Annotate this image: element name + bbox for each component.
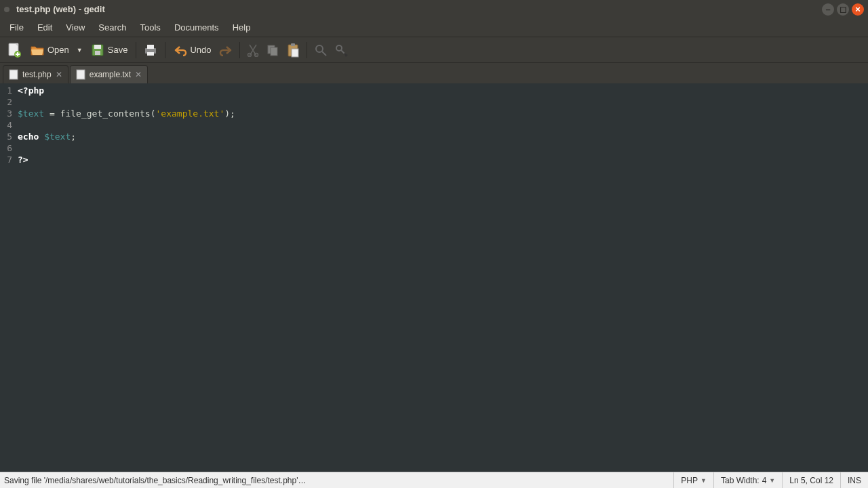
paste-icon bbox=[286, 43, 300, 58]
line-gutter: 1 2 3 4 5 6 7 bbox=[0, 83, 15, 472]
cut-icon bbox=[247, 43, 259, 57]
statusbar: Saving file '/media/shares/web/tutorials… bbox=[0, 472, 868, 488]
svg-rect-7 bbox=[147, 45, 154, 49]
cursor-position: Ln 5, Col 12 bbox=[782, 472, 840, 488]
close-button[interactable]: × bbox=[852, 3, 864, 16]
window-controls: – ◻ × bbox=[822, 3, 864, 16]
titlebar: test.php (web) - gedit – ◻ × bbox=[0, 0, 868, 18]
line-number: 2 bbox=[4, 96, 12, 108]
line-number: 3 bbox=[4, 108, 12, 119]
menu-view[interactable]: View bbox=[59, 20, 92, 35]
menu-file[interactable]: File bbox=[3, 20, 31, 35]
save-icon bbox=[90, 43, 105, 58]
file-icon bbox=[9, 69, 18, 80]
toolbar: Open ▼ Save Undo bbox=[0, 37, 868, 63]
find-replace-button[interactable] bbox=[332, 41, 352, 60]
undo-button[interactable]: Undo bbox=[170, 41, 215, 59]
line-number: 5 bbox=[4, 131, 12, 142]
copy-button[interactable] bbox=[263, 41, 282, 60]
redo-button[interactable] bbox=[216, 41, 235, 59]
open-label: Open bbox=[47, 45, 69, 55]
menubar: File Edit View Search Tools Documents He… bbox=[0, 18, 868, 37]
toolbar-separator bbox=[307, 42, 307, 58]
print-button[interactable] bbox=[140, 41, 161, 60]
tabwidth-selector[interactable]: Tab Width: 4 ▼ bbox=[713, 472, 782, 488]
line-number: 1 bbox=[4, 85, 12, 96]
dropdown-icon: ▼ bbox=[701, 477, 707, 484]
tab-label: example.txt bbox=[90, 70, 131, 79]
language-label: PHP bbox=[681, 476, 698, 485]
new-file-button[interactable] bbox=[4, 39, 24, 61]
tabbar: test.php ✕ example.txt ✕ bbox=[0, 63, 868, 83]
undo-label: Undo bbox=[190, 45, 211, 55]
open-dropdown[interactable]: ▼ bbox=[75, 47, 85, 54]
app-indicator-icon bbox=[4, 7, 9, 12]
undo-icon bbox=[174, 44, 187, 56]
svg-rect-12 bbox=[271, 47, 277, 56]
find-replace-icon bbox=[334, 43, 349, 57]
status-message: Saving file '/media/shares/web/tutorials… bbox=[0, 476, 673, 485]
open-button[interactable]: Open bbox=[26, 41, 73, 60]
line-number: 4 bbox=[4, 119, 12, 131]
svg-rect-8 bbox=[147, 52, 154, 56]
window-title: test.php (web) - gedit bbox=[16, 4, 822, 14]
svg-rect-19 bbox=[77, 70, 85, 79]
language-selector[interactable]: PHP ▼ bbox=[673, 472, 713, 488]
svg-rect-5 bbox=[95, 51, 100, 55]
cut-button[interactable] bbox=[244, 41, 262, 60]
menu-search[interactable]: Search bbox=[92, 20, 133, 35]
toolbar-separator bbox=[165, 42, 165, 58]
menu-help[interactable]: Help bbox=[226, 20, 258, 35]
maximize-button[interactable]: ◻ bbox=[837, 3, 849, 16]
dropdown-icon: ▼ bbox=[769, 477, 775, 484]
menu-documents[interactable]: Documents bbox=[167, 20, 226, 35]
paste-button[interactable] bbox=[283, 40, 302, 60]
svg-rect-4 bbox=[94, 45, 101, 49]
editor[interactable]: 1 2 3 4 5 6 7 <?php $text = file_get_con… bbox=[0, 83, 868, 472]
new-file-icon bbox=[7, 42, 22, 58]
code-area[interactable]: <?php $text = file_get_contents('example… bbox=[15, 83, 868, 472]
svg-rect-15 bbox=[292, 49, 298, 57]
save-button[interactable]: Save bbox=[86, 40, 132, 60]
tab-test-php[interactable]: test.php ✕ bbox=[3, 65, 68, 83]
redo-icon bbox=[219, 44, 233, 56]
print-icon bbox=[143, 43, 158, 57]
svg-point-16 bbox=[316, 45, 323, 52]
tabwidth-value: 4 bbox=[762, 476, 767, 485]
toolbar-separator bbox=[239, 42, 240, 58]
tab-close-icon[interactable]: ✕ bbox=[135, 70, 142, 79]
line-number: 7 bbox=[4, 154, 12, 165]
find-button[interactable] bbox=[311, 41, 330, 60]
menu-tools[interactable]: Tools bbox=[134, 20, 167, 35]
svg-point-17 bbox=[336, 45, 342, 51]
toolbar-separator bbox=[136, 42, 136, 58]
search-icon bbox=[314, 43, 328, 57]
svg-rect-14 bbox=[291, 43, 295, 46]
svg-rect-18 bbox=[9, 70, 18, 79]
copy-icon bbox=[266, 43, 279, 57]
tabwidth-label: Tab Width: bbox=[721, 476, 760, 485]
minimize-button[interactable]: – bbox=[822, 3, 834, 16]
tab-example-txt[interactable]: example.txt ✕ bbox=[70, 65, 148, 83]
tab-close-icon[interactable]: ✕ bbox=[56, 70, 62, 79]
insert-mode[interactable]: INS bbox=[840, 472, 868, 488]
menu-edit[interactable]: Edit bbox=[31, 20, 59, 35]
open-folder-icon bbox=[30, 43, 45, 57]
tab-label: test.php bbox=[22, 70, 52, 79]
line-number: 6 bbox=[4, 142, 12, 154]
save-label: Save bbox=[108, 45, 128, 55]
file-icon bbox=[76, 69, 85, 80]
